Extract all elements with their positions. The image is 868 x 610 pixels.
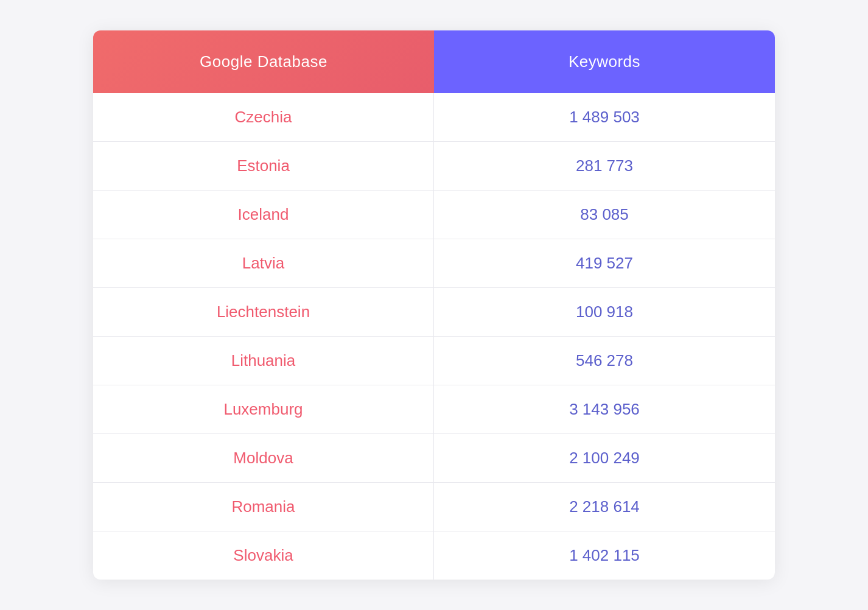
country-cell: Luxemburg xyxy=(93,385,434,433)
table-row: Luxemburg3 143 956 xyxy=(93,385,775,434)
country-cell: Moldova xyxy=(93,434,434,482)
country-cell: Iceland xyxy=(93,191,434,239)
keywords-cell: 100 918 xyxy=(434,288,775,336)
country-cell: Romania xyxy=(93,483,434,531)
keywords-cell: 3 143 956 xyxy=(434,385,775,433)
country-cell: Estonia xyxy=(93,142,434,190)
table-row: Latvia419 527 xyxy=(93,239,775,288)
table-header: Google Database Keywords xyxy=(93,30,775,93)
table-row: Estonia281 773 xyxy=(93,142,775,191)
keywords-cell: 1 402 115 xyxy=(434,531,775,580)
country-cell: Lithuania xyxy=(93,337,434,385)
table-row: Czechia1 489 503 xyxy=(93,93,775,142)
keywords-cell: 419 527 xyxy=(434,239,775,287)
country-cell: Slovakia xyxy=(93,531,434,580)
table-row: Iceland83 085 xyxy=(93,191,775,239)
keywords-cell: 546 278 xyxy=(434,337,775,385)
keywords-cell: 281 773 xyxy=(434,142,775,190)
header-keywords: Keywords xyxy=(434,30,775,93)
table-row: Romania2 218 614 xyxy=(93,483,775,531)
country-cell: Liechtenstein xyxy=(93,288,434,336)
table-row: Liechtenstein100 918 xyxy=(93,288,775,337)
table-row: Slovakia1 402 115 xyxy=(93,531,775,580)
country-cell: Latvia xyxy=(93,239,434,287)
header-google-database: Google Database xyxy=(93,30,434,93)
table-row: Moldova2 100 249 xyxy=(93,434,775,483)
table-body: Czechia1 489 503Estonia281 773Iceland83 … xyxy=(93,93,775,580)
country-cell: Czechia xyxy=(93,93,434,141)
keywords-cell: 83 085 xyxy=(434,191,775,239)
keywords-cell: 1 489 503 xyxy=(434,93,775,141)
keywords-cell: 2 218 614 xyxy=(434,483,775,531)
main-table: Google Database Keywords Czechia1 489 50… xyxy=(93,30,775,580)
table-row: Lithuania546 278 xyxy=(93,337,775,385)
keywords-cell: 2 100 249 xyxy=(434,434,775,482)
